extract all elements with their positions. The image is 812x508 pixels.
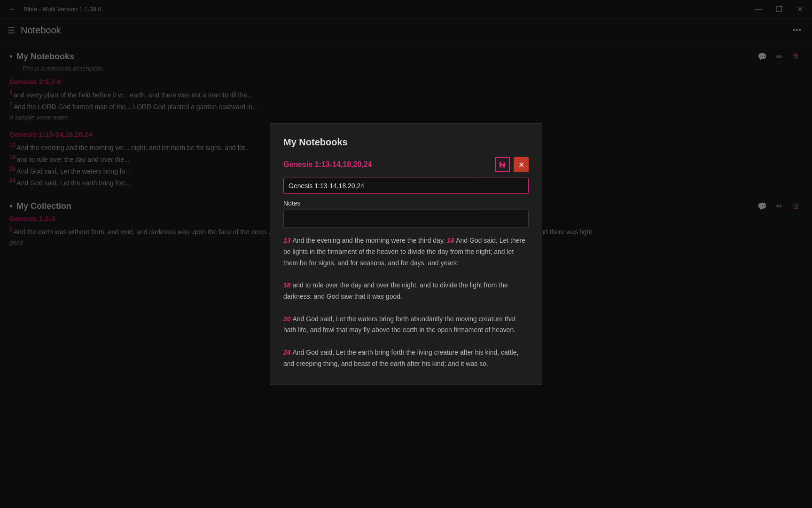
save-icon	[499, 161, 506, 168]
modal-title: My Notebooks	[283, 137, 529, 148]
modal-verse-ref: Genesis 1:13-14,18,20,24	[283, 160, 372, 169]
edit-note-modal: My Notebooks Genesis 1:13-14,18,20,24 ✕ …	[270, 123, 542, 385]
modal-save-button[interactable]	[495, 157, 510, 172]
modal-verse-num-20: 20	[283, 315, 292, 322]
notes-label: Notes	[283, 199, 529, 207]
modal-verse-num-24: 24	[283, 349, 292, 356]
modal-actions: ✕	[495, 157, 529, 172]
modal-verse-num-13: 13	[283, 237, 292, 244]
modal-verse-content: 13 And the evening and the morning were …	[283, 235, 529, 370]
modal-verse-header: Genesis 1:13-14,18,20,24 ✕	[283, 157, 529, 172]
modal-verse-num-14: 14	[447, 237, 456, 244]
verse-ref-input[interactable]	[283, 178, 529, 194]
modal-verse-num-18: 18	[283, 281, 292, 289]
notes-input[interactable]	[283, 210, 529, 228]
modal-close-button[interactable]: ✕	[514, 157, 529, 172]
